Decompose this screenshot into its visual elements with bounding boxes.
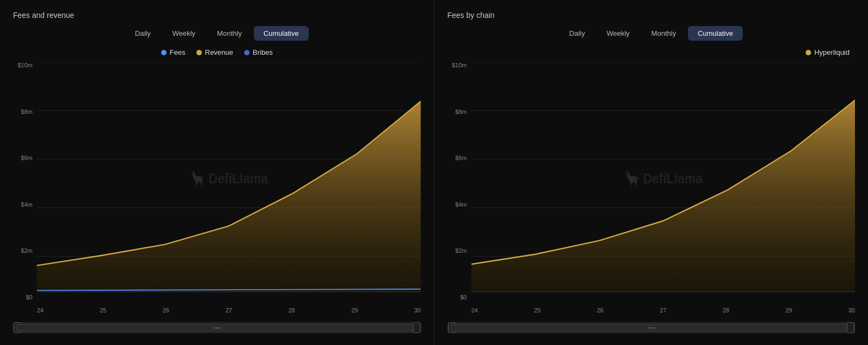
- y-8m-1: $8m: [21, 108, 33, 115]
- y-6m-2: $6m: [455, 155, 467, 161]
- x-30-1: 30: [414, 307, 420, 314]
- y-0-2: $0: [460, 294, 467, 301]
- hyperliquid-label: Hyperliquid: [814, 48, 850, 56]
- tab-weekly-2[interactable]: Weekly: [597, 26, 639, 41]
- panel1-y-axis: $10m $8m $6m $4m $2m $0: [13, 62, 37, 314]
- tab-daily-1[interactable]: Daily: [125, 26, 161, 41]
- y-2m-2: $2m: [455, 247, 467, 254]
- panel1-chart-area: $10m $8m $6m $4m $2m $0: [13, 62, 421, 314]
- watermark1: 🦙 DefiLlama: [190, 169, 268, 187]
- fees-label: Fees: [170, 48, 186, 56]
- watermark2: 🦙 DefiLlama: [624, 169, 702, 187]
- panel1-scrollbar-track: [13, 322, 421, 333]
- tab-monthly-2[interactable]: Monthly: [642, 26, 686, 41]
- x-24-1: 24: [37, 307, 43, 314]
- x-24-2: 24: [471, 307, 478, 314]
- tab-cumulative-1[interactable]: Cumulative: [254, 26, 309, 41]
- panel1-scrollbar-right-handle[interactable]: [413, 322, 420, 333]
- x-29-2: 29: [786, 307, 792, 314]
- tab-daily-2[interactable]: Daily: [559, 26, 595, 41]
- bribes-dot: [244, 50, 250, 55]
- x-27-1: 27: [226, 307, 232, 314]
- x-26-2: 26: [597, 307, 603, 314]
- legend-revenue: Revenue: [196, 48, 233, 56]
- panel2-scrollbar-thumb[interactable]: [450, 324, 853, 331]
- panel2-svg: 🦙 DefiLlama: [471, 62, 856, 305]
- x-30-2: 30: [848, 307, 855, 314]
- legend-hyperliquid: Hyperliquid: [806, 48, 850, 56]
- legend-bribes: Bribes: [244, 48, 273, 56]
- x-29-1: 29: [351, 307, 358, 314]
- panel1-chart-wrapper: 🦙 DefiLlama 24 25 26 27 28 29 30: [37, 62, 421, 314]
- panel1-tab-bar: Daily Weekly Monthly Cumulative: [13, 26, 421, 41]
- panel2-scrollbar-right-handle[interactable]: [847, 322, 854, 333]
- fees-dot: [161, 50, 167, 55]
- hyperliquid-area: [471, 100, 856, 292]
- y-10m-2: $10m: [452, 62, 467, 68]
- tab-monthly-1[interactable]: Monthly: [207, 26, 252, 41]
- revenue-dot: [196, 50, 202, 55]
- panel2-tab-bar: Daily Weekly Monthly Cumulative: [448, 26, 856, 41]
- panel2-thumb-dots: [648, 327, 655, 329]
- x-28-2: 28: [723, 307, 729, 314]
- tab-cumulative-2[interactable]: Cumulative: [688, 26, 743, 41]
- x-28-1: 28: [289, 307, 295, 314]
- panel1-title: Fees and revenue: [13, 11, 421, 20]
- panel1-scrollbar-thumb[interactable]: [16, 324, 418, 331]
- y-0-1: $0: [26, 294, 33, 301]
- y-8m-2: $8m: [455, 108, 467, 115]
- y-4m-1: $4m: [21, 201, 33, 208]
- x-25-2: 25: [534, 307, 540, 314]
- y-6m-1: $6m: [21, 155, 33, 161]
- panel1-svg: 🦙 DefiLlama: [37, 62, 421, 305]
- panel1-legend: Fees Revenue Bribes: [13, 48, 421, 56]
- panel2-chart-wrapper: 🦙 DefiLlama 24 25 26 27 28 29 30: [471, 62, 856, 314]
- y-4m-2: $4m: [455, 201, 467, 208]
- panel2-x-axis: 24 25 26 27 28 29 30: [471, 305, 856, 314]
- y-10m-1: $10m: [17, 62, 33, 68]
- bribes-label: Bribes: [253, 48, 273, 56]
- tab-weekly-1[interactable]: Weekly: [163, 26, 205, 41]
- x-25-1: 25: [100, 307, 106, 314]
- fees-chain-panel: Fees by chain Daily Weekly Monthly Cumul…: [435, 0, 869, 345]
- fees-revenue-panel: Fees and revenue Daily Weekly Monthly Cu…: [0, 0, 434, 345]
- panel1-x-axis: 24 25 26 27 28 29 30: [37, 305, 421, 314]
- x-26-1: 26: [163, 307, 169, 314]
- revenue-label: Revenue: [205, 48, 233, 56]
- x-27-2: 27: [660, 307, 666, 314]
- panel2-scrollbar-track: [448, 322, 856, 333]
- panel2-y-axis: $10m $8m $6m $4m $2m $0: [448, 62, 471, 314]
- revenue-area: [37, 101, 421, 292]
- panel1-thumb-dots: [213, 327, 220, 329]
- legend-fees: Fees: [161, 48, 186, 56]
- panel2-chart-area: $10m $8m $6m $4m $2m $0: [448, 62, 856, 314]
- panel1-scrollbar[interactable]: [13, 317, 421, 338]
- hyperliquid-dot: [806, 50, 811, 55]
- panel2-title: Fees by chain: [448, 11, 856, 20]
- panel2-scrollbar[interactable]: [448, 317, 856, 338]
- y-2m-1: $2m: [21, 247, 33, 254]
- panel2-legend: Hyperliquid: [448, 48, 856, 56]
